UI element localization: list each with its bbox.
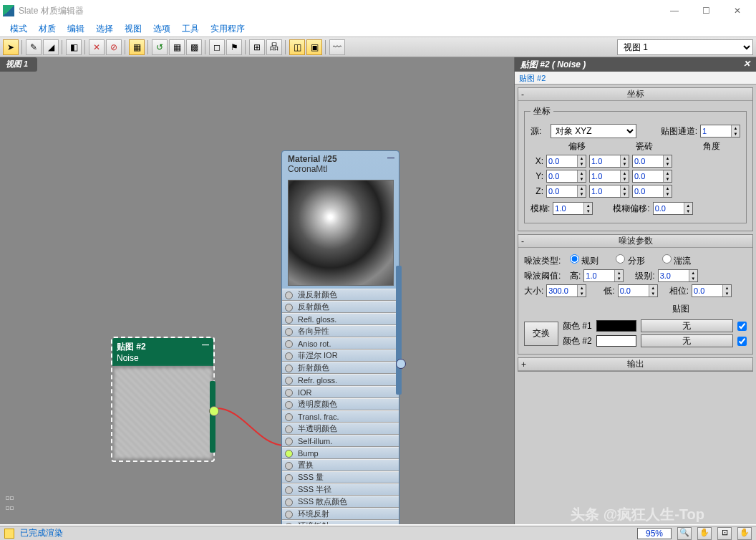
material-slot[interactable]: SSS 半径 (282, 483, 399, 496)
menu-utilities[interactable]: 实用程序 (205, 21, 251, 37)
pointer-tool-icon[interactable]: ➤ (3, 39, 19, 55)
blur-spinner[interactable]: ▲▼ (553, 202, 593, 215)
slot-socket-icon[interactable] (285, 316, 293, 324)
view-selector[interactable]: 视图 1 (617, 39, 753, 55)
material-slot[interactable]: 置换 (282, 459, 399, 471)
slot-socket-icon[interactable] (285, 486, 293, 494)
z-tile-spinner[interactable]: ▲▼ (589, 185, 629, 198)
x-tile-spinner[interactable]: ▲▼ (589, 155, 629, 168)
phase-spinner[interactable]: ▲▼ (692, 284, 732, 297)
menu-select[interactable]: 选择 (90, 21, 119, 37)
clear-icon[interactable]: ⊘ (106, 39, 122, 55)
canvas-tab[interactable]: 视图 1 (0, 57, 37, 72)
color2-swatch[interactable] (596, 335, 636, 347)
panel-subtitle[interactable]: 贴图 #2 (515, 72, 756, 85)
slot-socket-icon[interactable] (285, 511, 293, 519)
menu-mode[interactable]: 模式 (4, 21, 33, 37)
assign-icon[interactable]: ◧ (66, 39, 82, 55)
slot-socket-icon[interactable] (285, 365, 293, 372)
slot-socket-icon[interactable] (285, 498, 293, 506)
y-angle-spinner[interactable]: ▲▼ (632, 170, 672, 183)
noise-node[interactable]: 贴图 #2 Noise — (111, 337, 215, 462)
color2-enable-checkbox[interactable] (737, 337, 747, 346)
material-slot[interactable]: 折射颜色 (282, 362, 399, 374)
y-tile-spinner[interactable]: ▲▼ (589, 170, 629, 183)
color1-enable-checkbox[interactable] (737, 322, 747, 331)
material-slot[interactable]: 半透明颜色 (282, 423, 399, 435)
slot-socket-icon[interactable] (285, 389, 293, 397)
grid-icon[interactable]: ▦ (169, 39, 185, 55)
menu-view[interactable]: 视图 (119, 21, 147, 37)
zoom-out-icon[interactable]: 🔍 (677, 527, 692, 540)
frame-icon[interactable]: ▣ (306, 39, 322, 55)
wave-icon[interactable]: 〰 (329, 39, 345, 55)
material-slot[interactable]: Aniso rot. (282, 337, 399, 349)
material-node-header[interactable]: Material #25 CoronaMtl — (282, 151, 399, 177)
material-slot[interactable]: 菲涅尔 IOR (282, 349, 399, 362)
color2-map-button[interactable]: 无 (641, 334, 733, 347)
size-spinner[interactable]: ▲▼ (546, 284, 586, 297)
swap-button[interactable]: 交换 (524, 322, 558, 346)
x-offset-spinner[interactable]: ▲▼ (546, 155, 586, 168)
material-slot[interactable]: IOR (282, 386, 399, 398)
reset-icon[interactable]: ↺ (152, 39, 168, 55)
material-output-socket[interactable] (396, 359, 406, 369)
slot-socket-icon[interactable] (285, 352, 293, 360)
zoom-extents-icon[interactable]: ⊡ (717, 527, 732, 540)
map-channel-spinner[interactable]: ▲▼ (700, 125, 740, 138)
slot-socket-icon[interactable] (285, 304, 293, 312)
slot-socket-icon[interactable] (285, 328, 293, 336)
menu-options[interactable]: 选项 (147, 21, 176, 37)
menu-edit[interactable]: 编辑 (62, 21, 90, 37)
slot-socket-icon[interactable] (285, 425, 293, 433)
material-node[interactable]: Material #25 CoronaMtl — 漫反射颜色反射颜色Refl. … (281, 150, 399, 524)
levels-spinner[interactable]: ▲▼ (658, 269, 698, 282)
collapse-icon[interactable]: — (202, 341, 209, 349)
noise-output-socket[interactable] (209, 406, 219, 416)
eyedropper-icon[interactable]: ✎ (26, 39, 42, 55)
material-slot[interactable]: SSS 散点颜色 (282, 496, 399, 508)
slot-socket-icon[interactable] (285, 413, 293, 421)
delete-icon[interactable]: ✕ (89, 39, 105, 55)
noise-type-regular[interactable]: 规则 (570, 254, 598, 267)
select-children-icon[interactable]: ◫ (289, 39, 305, 55)
material-slot[interactable]: 各向异性 (282, 325, 399, 337)
node-canvas[interactable]: 视图 1 贴图 #2 Noise — Material #25 CoronaMt… (0, 57, 514, 524)
low-spinner[interactable]: ▲▼ (618, 284, 658, 297)
slot-socket-icon[interactable] (285, 377, 293, 385)
material-slot[interactable]: 反射颜色 (282, 301, 399, 313)
slot-socket-icon[interactable] (285, 523, 293, 524)
output-rollout-header[interactable]: + 输出 (518, 358, 752, 371)
checker-icon[interactable]: ▩ (186, 39, 202, 55)
menu-material[interactable]: 材质 (33, 21, 62, 37)
layout-icon[interactable]: ⊞ (249, 39, 265, 55)
collapse-icon[interactable]: — (387, 154, 394, 162)
slot-socket-icon[interactable] (285, 462, 293, 470)
slot-socket-icon[interactable] (285, 401, 293, 409)
source-combo[interactable]: 对象 XYZ (551, 124, 636, 138)
z-angle-spinner[interactable]: ▲▼ (632, 185, 672, 198)
z-offset-spinner[interactable]: ▲▼ (546, 185, 586, 198)
minimize-button[interactable]: — (659, 0, 690, 21)
material-slot[interactable]: SSS 量 (282, 471, 399, 483)
panel-close-icon[interactable]: ✕ (743, 59, 750, 70)
coords-rollout-header[interactable]: - 坐标 (518, 88, 752, 101)
noise-params-header[interactable]: - 噪波参数 (518, 235, 752, 248)
material-slot[interactable]: Bump (282, 447, 399, 459)
material-slot[interactable]: Refl. gloss. (282, 313, 399, 325)
menu-tools[interactable]: 工具 (176, 21, 205, 37)
maximize-button[interactable]: ☐ (690, 0, 722, 21)
pan-icon[interactable]: ✋ (697, 527, 712, 540)
material-slot[interactable]: 环境反射 (282, 508, 399, 520)
material-slot[interactable]: Transl. frac. (282, 410, 399, 423)
noise-node-header[interactable]: 贴图 #2 Noise — (112, 338, 213, 366)
zoom-value[interactable]: 95% (637, 528, 672, 539)
pick-material-icon[interactable]: ◢ (43, 39, 59, 55)
material-slot[interactable]: Self-illum. (282, 435, 399, 447)
flag-icon[interactable]: ⚑ (226, 39, 242, 55)
noise-type-turbulence[interactable]: 湍流 (662, 254, 691, 267)
rotate-icon[interactable]: ✋ (737, 527, 752, 540)
slot-socket-icon[interactable] (285, 438, 293, 445)
slot-socket-icon[interactable] (285, 450, 293, 458)
material-slot[interactable]: Refr. gloss. (282, 374, 399, 386)
